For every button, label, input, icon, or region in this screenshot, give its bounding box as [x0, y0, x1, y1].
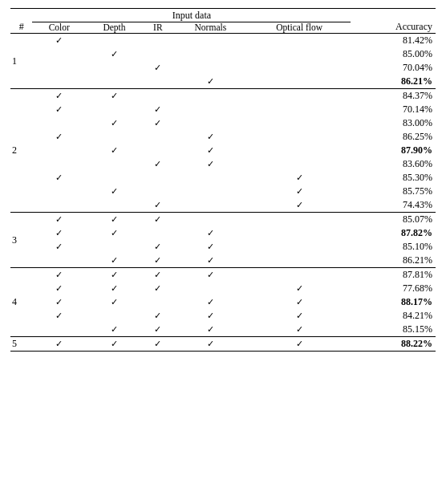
normals-cell [173, 213, 248, 227]
normals-cell [173, 116, 248, 130]
accuracy-cell: 85.75% [351, 185, 436, 198]
hash-header: # [10, 9, 32, 34]
color-cell: ✓ [32, 240, 86, 254]
normals-cell: ✓ [173, 323, 248, 337]
ir-cell [143, 295, 173, 309]
depth-cell [86, 61, 143, 75]
accuracy-cell: 85.10% [351, 240, 436, 254]
normals-cell: ✓ [173, 295, 248, 309]
normals-cell [173, 103, 248, 116]
depth-cell: ✓ [86, 337, 143, 352]
optical-cell [248, 89, 351, 104]
table-row: ✓✓✓87.82% [10, 226, 436, 240]
depth-header: Depth [86, 22, 143, 34]
table-row: ✓✓83.60% [10, 157, 436, 171]
normals-cell: ✓ [173, 226, 248, 240]
normals-cell: ✓ [173, 157, 248, 171]
normals-cell: ✓ [173, 75, 248, 89]
color-cell: ✓ [32, 268, 86, 282]
optical-cell [248, 226, 351, 240]
accuracy-cell: 85.00% [351, 47, 436, 61]
ir-header: IR [143, 22, 173, 34]
accuracy-cell: 83.00% [351, 116, 436, 130]
normals-cell [173, 171, 248, 185]
optical-cell: ✓ [248, 337, 351, 352]
ir-cell [143, 144, 173, 157]
ir-cell [143, 171, 173, 185]
optical-cell: ✓ [248, 282, 351, 295]
optical-cell [248, 75, 351, 89]
accuracy-cell: 74.43% [351, 198, 436, 213]
optical-cell [248, 47, 351, 61]
color-cell [32, 157, 86, 171]
accuracy-cell: 87.82% [351, 226, 436, 240]
ir-cell: ✓ [143, 309, 173, 323]
color-cell [32, 198, 86, 213]
accuracy-cell: 85.07% [351, 213, 436, 227]
optical-cell: ✓ [248, 185, 351, 198]
optical-cell [248, 34, 351, 48]
header-row-top: # Input data Accuracy [10, 9, 436, 22]
depth-cell [86, 34, 143, 48]
group-number: 5 [10, 337, 32, 352]
table-row: 5✓✓✓✓✓88.22% [10, 337, 436, 352]
accuracy-cell: 86.21% [351, 75, 436, 89]
depth-cell: ✓ [86, 185, 143, 198]
table-row: ✓86.21% [10, 75, 436, 89]
table-row: ✓✓86.25% [10, 130, 436, 144]
color-cell: ✓ [32, 89, 86, 104]
depth-cell [86, 171, 143, 185]
depth-cell: ✓ [86, 144, 143, 157]
depth-cell [86, 198, 143, 213]
table-row: ✓✓✓✓77.68% [10, 282, 436, 295]
ir-cell: ✓ [143, 103, 173, 116]
table-row: ✓✓✓86.21% [10, 254, 436, 268]
depth-cell: ✓ [86, 226, 143, 240]
optical-cell [248, 144, 351, 157]
color-cell: ✓ [32, 282, 86, 295]
input-data-header: Input data [32, 9, 351, 22]
table-row: ✓✓70.14% [10, 103, 436, 116]
depth-cell [86, 240, 143, 254]
table-row: ✓85.00% [10, 47, 436, 61]
table-row: ✓✓74.43% [10, 198, 436, 213]
color-cell: ✓ [32, 337, 86, 352]
accuracy-cell: 85.15% [351, 323, 436, 337]
accuracy-cell: 88.22% [351, 337, 436, 352]
color-cell: ✓ [32, 295, 86, 309]
depth-cell [86, 309, 143, 323]
accuracy-cell: 83.60% [351, 157, 436, 171]
color-cell [32, 323, 86, 337]
color-cell: ✓ [32, 309, 86, 323]
ir-cell: ✓ [143, 240, 173, 254]
normals-cell [173, 61, 248, 75]
accuracy-cell: 84.21% [351, 309, 436, 323]
accuracy-cell: 86.21% [351, 254, 436, 268]
table-row: ✓✓✓85.10% [10, 240, 436, 254]
optical-cell [248, 268, 351, 282]
ir-cell [143, 47, 173, 61]
ir-cell: ✓ [143, 268, 173, 282]
accuracy-cell: 81.42% [351, 34, 436, 48]
ir-cell: ✓ [143, 116, 173, 130]
depth-cell: ✓ [86, 89, 143, 104]
accuracy-cell: 77.68% [351, 282, 436, 295]
ir-cell [143, 226, 173, 240]
depth-cell: ✓ [86, 47, 143, 61]
optical-cell [248, 254, 351, 268]
accuracy-cell: 70.04% [351, 61, 436, 75]
optical-cell: ✓ [248, 323, 351, 337]
ir-cell [143, 130, 173, 144]
optical-cell [248, 61, 351, 75]
depth-cell: ✓ [86, 116, 143, 130]
normals-cell: ✓ [173, 337, 248, 352]
normals-cell: ✓ [173, 130, 248, 144]
ir-cell [143, 89, 173, 104]
table-row: 2✓✓84.37% [10, 89, 436, 104]
ir-cell: ✓ [143, 198, 173, 213]
table-row: ✓✓83.00% [10, 116, 436, 130]
optical-flow-header: Optical flow [248, 22, 351, 34]
accuracy-cell: 84.37% [351, 89, 436, 104]
group-number: 1 [10, 34, 32, 89]
color-cell: ✓ [32, 171, 86, 185]
